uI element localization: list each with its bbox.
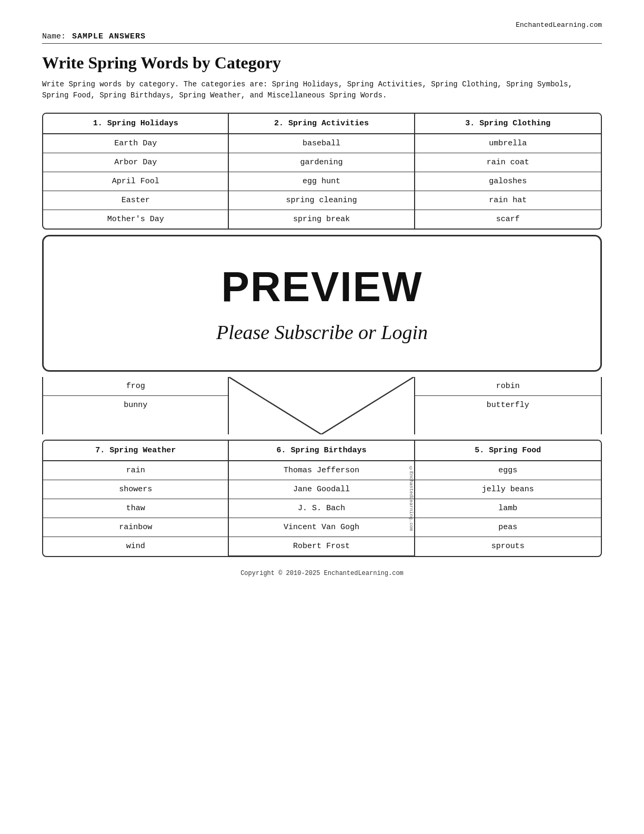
spring-activities-header: 2. Spring Activities — [229, 114, 414, 134]
list-item: galoshes — [415, 172, 601, 191]
list-item: April Fool — [43, 172, 228, 191]
list-item: jelly beans — [415, 480, 601, 499]
spring-birthdays-col: 6. Spring Birthdays Thomas Jefferson Jan… — [229, 441, 415, 556]
list-item: baseball — [229, 134, 414, 153]
spring-clothing-header: 3. Spring Clothing — [415, 114, 601, 134]
svg-line-0 — [229, 377, 321, 434]
list-item: gardening — [229, 153, 414, 172]
spring-holidays-header: 1. Spring Holidays — [43, 114, 228, 134]
name-label: Name: — [42, 32, 66, 41]
spring-food-col: 5. Spring Food eggs jelly beans lamb pea… — [415, 441, 601, 556]
bottom-grid: 7. Spring Weather rain showers thaw rain… — [42, 440, 602, 557]
list-item: Thomas Jefferson — [229, 461, 414, 480]
list-item: wind — [43, 537, 228, 555]
spring-clothing-col: 3. Spring Clothing umbrella rain coat ga… — [415, 114, 601, 229]
partial-grid: frog bunny robin butterfly — [42, 377, 602, 434]
preview-subtitle: Please Subscribe or Login — [59, 321, 585, 344]
list-item: sprouts — [415, 537, 601, 555]
list-item: Jane Goodall — [229, 480, 414, 499]
list-item: Vincent Van Gogh — [229, 518, 414, 537]
spring-holidays-col: 1. Spring Holidays Earth Day Arbor Day A… — [43, 114, 229, 229]
list-item: Easter — [43, 191, 228, 210]
list-item: frog — [43, 377, 228, 396]
list-item: showers — [43, 480, 228, 499]
list-item: rain coat — [415, 153, 601, 172]
partial-col-2-connector — [229, 377, 415, 434]
spring-birthdays-header: 6. Spring Birthdays — [229, 441, 414, 461]
spring-activities-col: 2. Spring Activities baseball gardening … — [229, 114, 415, 229]
list-item: bunny — [43, 396, 228, 414]
list-item: rain — [43, 461, 228, 480]
list-item: egg hunt — [229, 172, 414, 191]
svg-line-1 — [321, 377, 414, 434]
footer: Copyright © 2010-2025 EnchantedLearning.… — [42, 570, 602, 577]
list-item: thaw — [43, 499, 228, 518]
list-item: J. S. Bach — [229, 499, 414, 518]
partial-col-1: frog bunny — [43, 377, 229, 434]
list-item: Robert Frost — [229, 537, 414, 556]
page-description: Write Spring words by category. The cate… — [42, 79, 602, 101]
page-title: Write Spring Words by Category — [42, 53, 602, 73]
list-item: butterfly — [415, 396, 601, 414]
list-item: scarf — [415, 210, 601, 229]
list-item: eggs — [415, 461, 601, 480]
top-grid: 1. Spring Holidays Earth Day Arbor Day A… — [42, 113, 602, 230]
list-item: robin — [415, 377, 601, 396]
name-line: Name: SAMPLE ANSWERS — [42, 32, 602, 44]
list-item: spring break — [229, 210, 414, 229]
partial-col-3: robin butterfly — [415, 377, 601, 434]
preview-box: PREVIEW Please Subscribe or Login — [42, 235, 602, 372]
list-item: Earth Day — [43, 134, 228, 153]
list-item: rain hat — [415, 191, 601, 210]
list-item: peas — [415, 518, 601, 537]
list-item: lamb — [415, 499, 601, 518]
list-item: Mother's Day — [43, 210, 228, 229]
name-value: SAMPLE ANSWERS — [72, 32, 146, 41]
watermark: ©EnchantedLearning.com — [407, 441, 415, 556]
list-item: rainbow — [43, 518, 228, 537]
spring-food-header: 5. Spring Food — [415, 441, 601, 461]
list-item: spring cleaning — [229, 191, 414, 210]
top-grid-row: 1. Spring Holidays Earth Day Arbor Day A… — [43, 114, 601, 229]
bottom-grid-row: 7. Spring Weather rain showers thaw rain… — [43, 441, 601, 556]
spring-weather-header: 7. Spring Weather — [43, 441, 228, 461]
spring-weather-col: 7. Spring Weather rain showers thaw rain… — [43, 441, 229, 556]
list-item: umbrella — [415, 134, 601, 153]
list-item: Arbor Day — [43, 153, 228, 172]
site-url: EnchantedLearning.com — [42, 21, 602, 29]
preview-title: PREVIEW — [59, 263, 585, 311]
